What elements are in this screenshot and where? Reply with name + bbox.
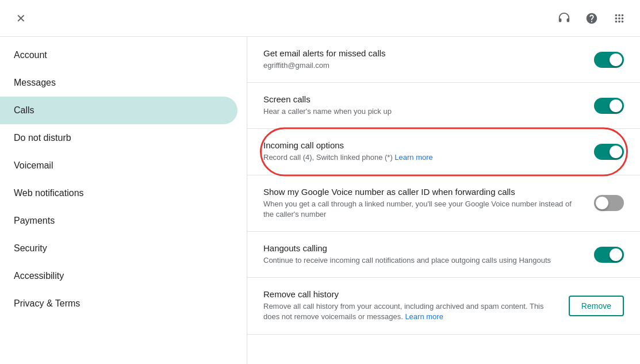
- setting-info-caller-id: Show my Google Voice number as caller ID…: [263, 187, 580, 220]
- help-icon: [585, 12, 598, 25]
- setting-desc-email-alerts: egriffith@gmail.com: [263, 60, 580, 71]
- remove-button-remove-call-history[interactable]: Remove: [569, 296, 624, 316]
- grid-icon-button[interactable]: [608, 7, 631, 30]
- sidebar: AccountMessagesCallsDo not disturbVoicem…: [0, 37, 247, 364]
- sidebar-item-account[interactable]: Account: [0, 41, 237, 69]
- content-area: Get email alerts for missed callsegriffi…: [247, 37, 640, 364]
- setting-control-email-alerts: [594, 52, 624, 68]
- setting-desc-hangouts-calling: Continue to receive incoming call notifi…: [263, 255, 580, 266]
- setting-desc-caller-id: When you get a call through a linked num…: [263, 199, 580, 220]
- setting-info-remove-call-history: Remove call historyRemove all call histo…: [263, 289, 555, 322]
- help-icon-button[interactable]: [580, 7, 603, 30]
- setting-desc-remove-call-history: Remove all call history from your accoun…: [263, 301, 555, 322]
- toggle-screen-calls[interactable]: [594, 98, 624, 114]
- sidebar-item-security[interactable]: Security: [0, 235, 237, 262]
- setting-row-email-alerts: Get email alerts for missed callsegriffi…: [247, 37, 640, 83]
- headset-icon: [558, 12, 570, 25]
- sidebar-item-calls[interactable]: Calls: [0, 97, 237, 124]
- setting-control-hangouts-calling: [594, 247, 624, 263]
- toggle-hangouts-calling[interactable]: [594, 247, 624, 263]
- setting-control-incoming-call-options: [594, 144, 624, 160]
- main-layout: AccountMessagesCallsDo not disturbVoicem…: [0, 37, 640, 364]
- setting-row-remove-call-history: Remove call historyRemove all call histo…: [247, 278, 640, 334]
- setting-title-email-alerts: Get email alerts for missed calls: [263, 48, 580, 58]
- grid-icon: [613, 12, 626, 25]
- setting-info-email-alerts: Get email alerts for missed callsegriffi…: [263, 48, 580, 71]
- sidebar-item-privacy-terms[interactable]: Privacy & Terms: [0, 290, 237, 317]
- toggle-caller-id[interactable]: [594, 195, 624, 211]
- setting-control-screen-calls: [594, 98, 624, 114]
- setting-title-hangouts-calling: Hangouts calling: [263, 243, 580, 253]
- toggle-email-alerts[interactable]: [594, 52, 624, 68]
- sidebar-item-payments[interactable]: Payments: [0, 207, 237, 235]
- setting-row-caller-id: Show my Google Voice number as caller ID…: [247, 175, 640, 232]
- header-left: ✕: [9, 7, 553, 30]
- sidebar-item-accessibility[interactable]: Accessibility: [0, 262, 237, 290]
- sidebar-item-web-notifications[interactable]: Web notifications: [0, 179, 237, 207]
- setting-info-hangouts-calling: Hangouts callingContinue to receive inco…: [263, 243, 580, 266]
- header: ✕: [0, 0, 640, 37]
- setting-title-screen-calls: Screen calls: [263, 94, 580, 104]
- sidebar-item-do-not-disturb[interactable]: Do not disturb: [0, 124, 237, 152]
- setting-row-incoming-call-options: Incoming call optionsRecord call (4), Sw…: [247, 129, 640, 175]
- learn-more-link-incoming-call-options[interactable]: Learn more: [394, 153, 432, 162]
- setting-desc-incoming-call-options: Record call (4), Switch linked phone (*)…: [263, 152, 580, 163]
- setting-info-incoming-call-options: Incoming call optionsRecord call (4), Sw…: [263, 140, 580, 163]
- setting-title-incoming-call-options: Incoming call options: [263, 140, 580, 150]
- setting-control-caller-id: [594, 195, 624, 211]
- setting-info-screen-calls: Screen callsHear a caller's name when yo…: [263, 94, 580, 117]
- setting-title-caller-id: Show my Google Voice number as caller ID…: [263, 187, 580, 197]
- learn-more-link-remove-call-history[interactable]: Learn more: [405, 312, 443, 321]
- setting-row-screen-calls: Screen callsHear a caller's name when yo…: [247, 83, 640, 129]
- sidebar-item-voicemail[interactable]: Voicemail: [0, 152, 237, 179]
- header-icons: [553, 7, 631, 30]
- setting-desc-screen-calls: Hear a caller's name when you pick up: [263, 106, 580, 117]
- setting-row-hangouts-calling: Hangouts callingContinue to receive inco…: [247, 232, 640, 278]
- setting-control-remove-call-history: Remove: [569, 296, 624, 316]
- setting-title-remove-call-history: Remove call history: [263, 289, 555, 299]
- headset-icon-button[interactable]: [553, 7, 576, 30]
- sidebar-item-messages[interactable]: Messages: [0, 69, 237, 97]
- toggle-incoming-call-options[interactable]: [594, 144, 624, 160]
- close-button[interactable]: ✕: [9, 7, 32, 30]
